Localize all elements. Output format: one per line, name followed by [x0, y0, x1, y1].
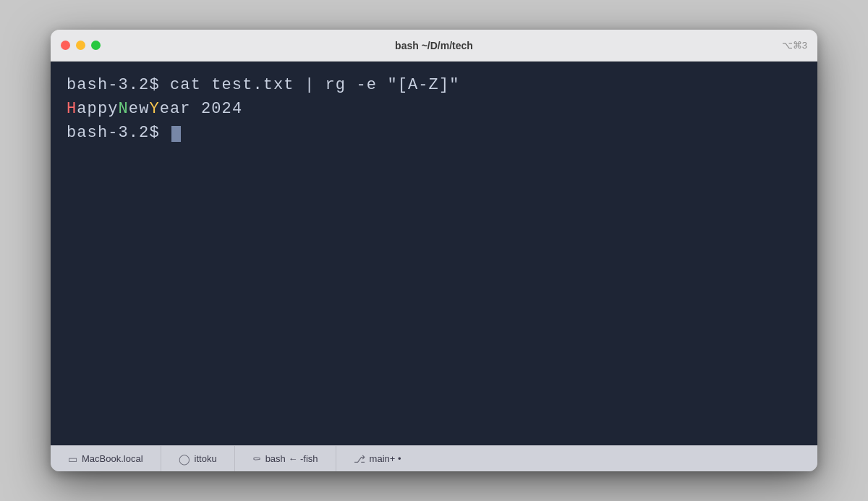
computer-icon: ▭	[68, 453, 77, 465]
keyboard-shortcut: ⌥⌘3	[782, 40, 807, 51]
highlight-n: N	[119, 98, 129, 121]
status-hostname: ▭ MacBook.local	[51, 446, 161, 471]
status-user: ◯ ittoku	[161, 446, 235, 471]
text-appy: appy	[77, 98, 118, 121]
window-title: bash ~/D/m/tech	[395, 40, 473, 51]
statusbar: ▭ MacBook.local ◯ ittoku ⚰ bash ← -fish …	[51, 445, 817, 471]
username-label: ittoku	[195, 453, 217, 464]
terminal-window: bash ~/D/m/tech ⌥⌘3 bash-3.2$ cat test.t…	[51, 30, 817, 471]
titlebar: bash ~/D/m/tech ⌥⌘3	[51, 30, 817, 62]
highlight-h: H	[67, 98, 77, 121]
status-shell: ⚰ bash ← -fish	[235, 446, 336, 471]
minimize-button[interactable]	[76, 41, 85, 50]
output-line: Happy New Year 2024	[67, 98, 801, 121]
text-ew: ew	[129, 98, 150, 121]
highlight-y: Y	[149, 98, 159, 121]
command-line: bash-3.2$ cat test.txt | rg -e "[A-Z]"	[67, 75, 801, 97]
new-prompt-line: bash-3.2$	[67, 122, 801, 145]
user-icon: ◯	[179, 453, 190, 465]
cursor	[171, 126, 181, 142]
shell-icon: ⚰	[252, 453, 261, 465]
close-button[interactable]	[61, 41, 70, 50]
prompt-1: bash-3.2$	[67, 76, 170, 94]
prompt-2: bash-3.2$	[67, 124, 170, 142]
text-ear: ear 2024	[160, 98, 242, 121]
shell-label: bash ← -fish	[265, 453, 318, 464]
branch-icon: ⎇	[354, 453, 365, 465]
branch-label: main+ •	[370, 453, 401, 464]
terminal-body[interactable]: bash-3.2$ cat test.txt | rg -e "[A-Z]" H…	[51, 62, 817, 445]
status-branch: ⎇ main+ •	[336, 446, 419, 471]
command-text: cat test.txt | rg -e "[A-Z]"	[170, 76, 459, 94]
hostname-label: MacBook.local	[82, 453, 143, 464]
maximize-button[interactable]	[91, 41, 101, 50]
window-controls	[61, 41, 101, 50]
